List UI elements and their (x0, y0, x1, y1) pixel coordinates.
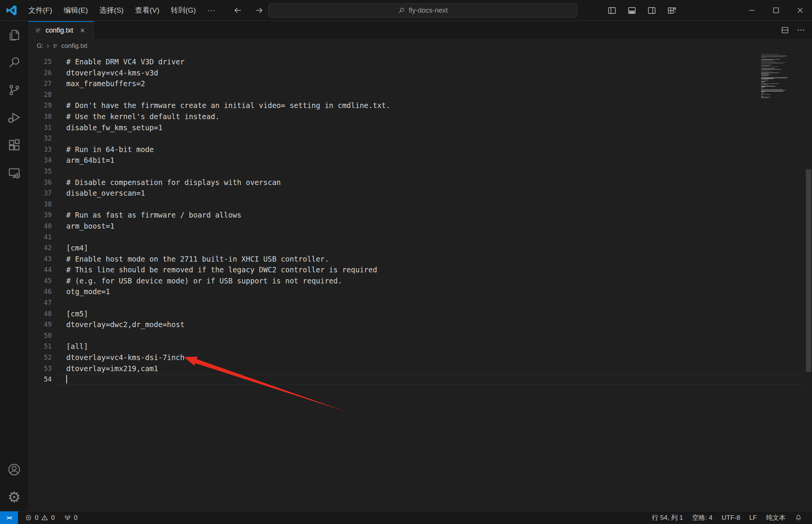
code-line-42[interactable]: 42[cm4] (28, 242, 812, 254)
code-line-32[interactable]: 32 (28, 133, 812, 144)
code-line-30[interactable]: 30# Use the kernel's default instead. (28, 111, 812, 122)
menu-item-3[interactable]: 查看(V) (130, 3, 164, 17)
line-text[interactable]: # Run in 64-bit mode (52, 144, 812, 155)
code-line-43[interactable]: 43# Enable host mode on the 2711 built-i… (28, 254, 812, 265)
sidebar-item-search[interactable] (0, 49, 28, 76)
line-text[interactable]: disable_fw_kms_setup=1 (52, 122, 812, 133)
menu-more-button[interactable]: ··· (203, 4, 221, 16)
line-text[interactable]: arm_64bit=1 (52, 155, 812, 166)
split-editor-button[interactable] (781, 26, 789, 34)
sidebar-item-extensions[interactable] (0, 131, 28, 159)
menu-item-4[interactable]: 转到(G) (166, 3, 201, 17)
line-text[interactable]: # Enable host mode on the 2711 built-in … (52, 254, 812, 265)
code-line-27[interactable]: 27max_framebuffers=2 (28, 78, 812, 89)
line-text[interactable]: arm_boost=1 (52, 221, 812, 232)
eol-status[interactable]: LF (745, 511, 761, 524)
menu-item-0[interactable]: 文件(F) (23, 3, 57, 17)
line-text[interactable] (52, 232, 812, 243)
sidebar-item-remote-explorer[interactable] (0, 159, 28, 187)
line-text[interactable]: [cm4] (52, 242, 812, 254)
line-text[interactable]: dtoverlay=dwc2,dr_mode=host (52, 319, 812, 330)
line-text[interactable]: dtoverlay=vc4-kms-dsi-7inch (52, 352, 812, 363)
minimap[interactable] (761, 54, 790, 99)
line-text[interactable] (52, 297, 812, 308)
code-line-46[interactable]: 46otg_mode=1 (28, 286, 812, 297)
language-mode-status[interactable]: 纯文本 (761, 511, 790, 524)
notifications-button[interactable] (790, 511, 807, 524)
code-line-45[interactable]: 45# (e.g. for USB device mode) or if USB… (28, 275, 812, 287)
maximize-button[interactable] (764, 0, 788, 21)
code-line-53[interactable]: 53dtoverlay=imx219,cam1 (28, 363, 812, 374)
settings-button[interactable]: ⚙ (0, 483, 28, 511)
line-text[interactable]: [all] (52, 341, 812, 352)
menu-item-1[interactable]: 编辑(E) (59, 3, 93, 17)
line-text[interactable] (52, 133, 812, 144)
line-text[interactable]: otg_mode=1 (52, 286, 812, 297)
indentation-status[interactable]: 空格: 4 (688, 511, 717, 524)
sidebar-item-source-control[interactable] (0, 76, 28, 104)
code-line-44[interactable]: 44# This line should be removed if the l… (28, 264, 812, 275)
code-line-28[interactable]: 28 (28, 89, 812, 100)
line-text[interactable] (52, 166, 812, 177)
problems-status[interactable]: 0 0 (21, 511, 59, 524)
cursor-position-status[interactable]: 行 54, 列 1 (647, 511, 688, 524)
code-line-25[interactable]: 25# Enable DRM VC4 V3D driver (28, 56, 812, 67)
minimize-button[interactable] (740, 0, 764, 21)
menu-item-2[interactable]: 选择(S) (95, 3, 129, 17)
code-line-54[interactable]: 54 (28, 374, 812, 385)
code-line-49[interactable]: 49dtoverlay=dwc2,dr_mode=host (28, 319, 812, 330)
line-text[interactable]: dtoverlay=vc4-kms-v3d (52, 67, 812, 79)
code-line-35[interactable]: 35 (28, 166, 812, 177)
line-text[interactable]: max_framebuffers=2 (52, 78, 812, 89)
line-text[interactable]: # Disable compensation for displays with… (52, 177, 812, 188)
command-center-search[interactable]: fly-docs-next (268, 3, 577, 18)
code-editor[interactable]: 25# Enable DRM VC4 V3D driver26dtoverlay… (28, 53, 812, 511)
code-line-37[interactable]: 37disable_overscan=1 (28, 188, 812, 199)
remote-indicator[interactable]: >< (0, 511, 18, 524)
encoding-status[interactable]: UTF-8 (717, 511, 745, 524)
code-line-29[interactable]: 29# Don't have the firmware create an in… (28, 100, 812, 111)
nav-forward-button[interactable] (253, 4, 266, 17)
vertical-scrollbar-thumb[interactable] (806, 169, 811, 372)
code-line-52[interactable]: 52dtoverlay=vc4-kms-dsi-7inch (28, 352, 812, 363)
toggle-panel-button[interactable] (625, 4, 638, 17)
line-text[interactable]: # This line should be removed if the leg… (52, 264, 812, 275)
code-line-26[interactable]: 26dtoverlay=vc4-kms-v3d (28, 67, 812, 79)
code-line-48[interactable]: 48[cm5] (28, 308, 812, 319)
breadcrumb-file[interactable]: config.txt (61, 42, 87, 50)
line-text[interactable]: [cm5] (52, 308, 812, 319)
code-line-34[interactable]: 34arm_64bit=1 (28, 155, 812, 166)
code-line-39[interactable]: 39# Run as fast as firmware / board allo… (28, 210, 812, 221)
line-text[interactable]: # Run as fast as firmware / board allows (52, 210, 812, 221)
ports-status[interactable]: 0 (60, 511, 81, 524)
sidebar-item-run-debug[interactable] (0, 104, 28, 131)
toggle-secondary-sidebar-button[interactable] (645, 4, 658, 17)
line-text[interactable]: disable_overscan=1 (52, 188, 812, 199)
tab-config-txt[interactable]: config.txt (28, 21, 94, 39)
code-line-41[interactable]: 41 (28, 232, 812, 243)
sidebar-item-explorer[interactable] (0, 21, 28, 49)
line-text[interactable]: # Enable DRM VC4 V3D driver (52, 56, 812, 67)
customize-layout-button[interactable] (665, 4, 678, 17)
accounts-button[interactable] (0, 456, 28, 483)
code-line-36[interactable]: 36# Disable compensation for displays wi… (28, 177, 812, 188)
line-text[interactable] (52, 374, 812, 385)
line-text[interactable]: # Don't have the firmware create an init… (52, 100, 812, 111)
line-text[interactable] (52, 89, 812, 100)
code-line-31[interactable]: 31disable_fw_kms_setup=1 (28, 122, 812, 133)
editor-more-actions-button[interactable]: ⋯ (797, 25, 805, 34)
code-line-33[interactable]: 33# Run in 64-bit mode (28, 144, 812, 155)
code-line-50[interactable]: 50 (28, 330, 812, 341)
code-line-51[interactable]: 51[all] (28, 341, 812, 352)
line-text[interactable] (52, 199, 812, 210)
tab-close-button[interactable] (77, 25, 87, 35)
code-line-47[interactable]: 47 (28, 297, 812, 308)
line-text[interactable]: # (e.g. for USB device mode) or if USB s… (52, 275, 812, 287)
code-line-38[interactable]: 38 (28, 199, 812, 210)
close-window-button[interactable] (788, 0, 812, 21)
toggle-sidebar-button[interactable] (605, 4, 618, 17)
line-text[interactable]: # Use the kernel's default instead. (52, 111, 812, 122)
code-line-40[interactable]: 40arm_boost=1 (28, 221, 812, 232)
line-text[interactable] (52, 330, 812, 341)
line-text[interactable]: dtoverlay=imx219,cam1 (52, 363, 812, 374)
